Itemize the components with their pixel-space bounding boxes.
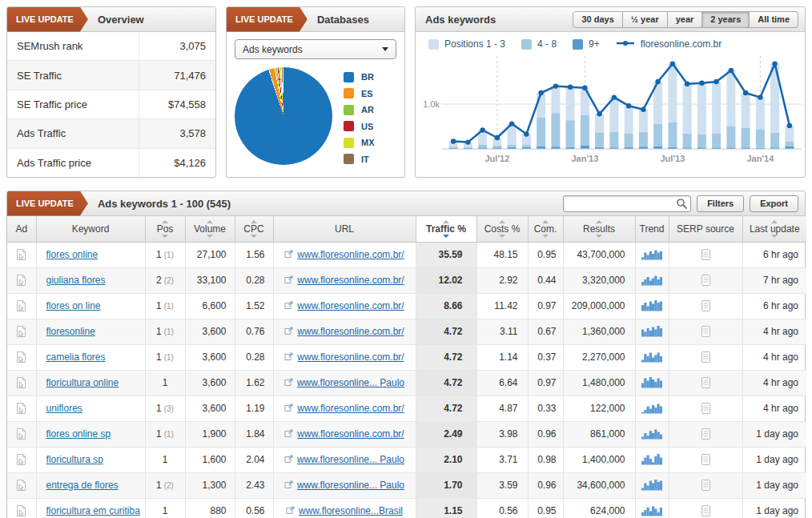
column-header-inner: Last update: [743, 220, 807, 238]
url-link[interactable]: www.floresonline.com.br/: [297, 249, 404, 260]
column-header-inner: URL: [274, 224, 416, 234]
volume-cell: 33,100: [185, 267, 235, 293]
url-link[interactable]: www.floresonline.com.br/: [297, 275, 404, 286]
ad-preview-icon[interactable]: [14, 376, 28, 389]
serp-source-icon[interactable]: [701, 274, 711, 287]
ad-cell: [7, 267, 36, 293]
column-header-pos[interactable]: Pos: [145, 216, 185, 242]
ad-preview-icon[interactable]: [14, 325, 28, 338]
results-cell: 2,270,000: [563, 344, 635, 370]
trend-sparkline: [641, 431, 662, 442]
ad-preview-icon[interactable]: [14, 453, 28, 466]
url-link[interactable]: www.floresonline.com.br/: [297, 403, 404, 414]
column-header-volume[interactable]: Volume: [185, 216, 235, 242]
ad-preview-icon[interactable]: [14, 428, 28, 440]
url-link[interactable]: www.floresonline... Paulo: [297, 454, 404, 465]
time-range-button[interactable]: 30 days: [573, 11, 622, 28]
ad-preview-icon[interactable]: [14, 299, 28, 312]
serp-source-icon[interactable]: [701, 402, 711, 415]
keyword-link[interactable]: floricultura em curitiba: [46, 505, 140, 516]
sort-down-icon: [499, 235, 505, 238]
keyword-link[interactable]: floricultura sp: [46, 454, 103, 465]
time-range-button[interactable]: year: [668, 11, 703, 28]
filters-button[interactable]: Filters: [697, 195, 744, 212]
serp-source-icon[interactable]: [701, 376, 711, 389]
time-range-button[interactable]: 2 years: [702, 11, 750, 28]
search-input[interactable]: [563, 195, 691, 212]
serp-source-icon[interactable]: [701, 428, 711, 440]
costs-cell: 1.14: [476, 344, 528, 370]
traffic-cell: 4.72: [416, 344, 476, 370]
keyword-link[interactable]: flores on line: [46, 300, 101, 311]
serp-source-icon[interactable]: [701, 299, 711, 312]
serp-source-icon[interactable]: [701, 453, 711, 466]
serp-source-cell: [669, 242, 742, 267]
traffic-cell: 1.15: [416, 498, 476, 518]
serp-source-icon[interactable]: [701, 504, 711, 517]
serp-source-icon[interactable]: [701, 479, 711, 492]
keyword-link[interactable]: camelia flores: [46, 351, 106, 363]
trend-sparkline: [641, 508, 662, 518]
export-button[interactable]: Export: [750, 195, 798, 212]
cpc-cell: 2.43: [235, 472, 273, 498]
url-link[interactable]: www.floresonline... Paulo: [297, 377, 404, 388]
serp-source-icon[interactable]: [701, 325, 711, 338]
ad-preview-icon[interactable]: [14, 479, 28, 492]
trend-sparkline: [641, 405, 662, 416]
url-link[interactable]: www.floresonline.com.br/: [297, 326, 404, 337]
url-link[interactable]: www.floresonline.com.br/: [297, 351, 404, 363]
keyword-link[interactable]: giuliana flores: [46, 275, 106, 286]
url-link[interactable]: www.floresonline.com.br/: [297, 428, 404, 440]
search-icon[interactable]: [676, 198, 688, 212]
ad-cell: [7, 344, 36, 370]
time-range-button[interactable]: All time: [750, 11, 798, 28]
column-header-label: Volume: [194, 224, 226, 234]
keyword-cell: entrega de flores: [36, 472, 145, 498]
serp-source-cell: [669, 267, 742, 293]
serp-source-icon[interactable]: [701, 248, 711, 261]
keyword-link[interactable]: floresonline: [46, 326, 95, 337]
ad-preview-icon[interactable]: [14, 274, 28, 287]
keyword-link[interactable]: entrega de flores: [46, 480, 119, 491]
column-header-results[interactable]: Results: [563, 216, 635, 242]
volume-cell: 3,600: [185, 344, 235, 370]
serp-source-icon[interactable]: [701, 351, 711, 363]
sort-down-icon: [162, 235, 168, 238]
url-link[interactable]: www.floresonline... Paulo: [297, 480, 404, 491]
column-header-cpc[interactable]: CPC: [235, 216, 273, 242]
trend-cell: [635, 447, 669, 472]
keyword-link[interactable]: flores online: [46, 249, 98, 260]
cpc-cell: 1.56: [235, 242, 273, 267]
ad-preview-icon[interactable]: [14, 402, 28, 415]
trend-cell: [635, 472, 669, 498]
column-header-traffic-[interactable]: Traffic %: [416, 216, 476, 242]
pos-cell: 1(1): [145, 319, 185, 344]
column-header-com-[interactable]: Com.: [528, 216, 563, 242]
sort-down-icon: [542, 235, 549, 238]
keyword-link[interactable]: uniflores: [46, 403, 82, 414]
cpc-cell: 0.76: [235, 319, 273, 344]
chart-legend-item: floresonline.com.br: [616, 38, 722, 50]
costs-cell: 2.92: [476, 267, 528, 293]
keyword-link[interactable]: flores online sp: [46, 428, 111, 440]
url-cell: www.floresonline.com.br/: [273, 293, 416, 319]
chart-legend-item: 4 - 8: [521, 38, 557, 50]
traffic-cell: 8.66: [416, 293, 476, 319]
ad-preview-icon[interactable]: [14, 504, 28, 517]
ad-preview-icon[interactable]: [14, 248, 28, 261]
column-header-costs-[interactable]: Costs %: [476, 216, 528, 242]
trend-cell: [635, 242, 669, 267]
ads-keywords-table-panel: LIVE UPDATE Ads keywords 1 - 100 (545) F…: [6, 191, 806, 518]
last-update-cell: 1 day ago: [742, 472, 806, 498]
ad-preview-icon[interactable]: [14, 351, 28, 363]
url-link[interactable]: www.floresonline.com.br/: [297, 300, 404, 311]
keyword-link[interactable]: floricultura online: [46, 377, 119, 388]
keyword-cell: camelia flores: [36, 344, 145, 370]
database-report-select[interactable]: Ads keywords: [235, 39, 396, 59]
time-range-button[interactable]: ½ year: [623, 11, 668, 28]
pos-cell: 1: [145, 498, 185, 518]
column-header-last-update[interactable]: Last update: [742, 216, 806, 242]
table-body: flores online1(1)27,1001.56www.floresonl…: [7, 242, 806, 518]
pie-legend-item: US: [344, 118, 375, 135]
url-link[interactable]: www.floresonline...Brasil: [299, 505, 403, 516]
